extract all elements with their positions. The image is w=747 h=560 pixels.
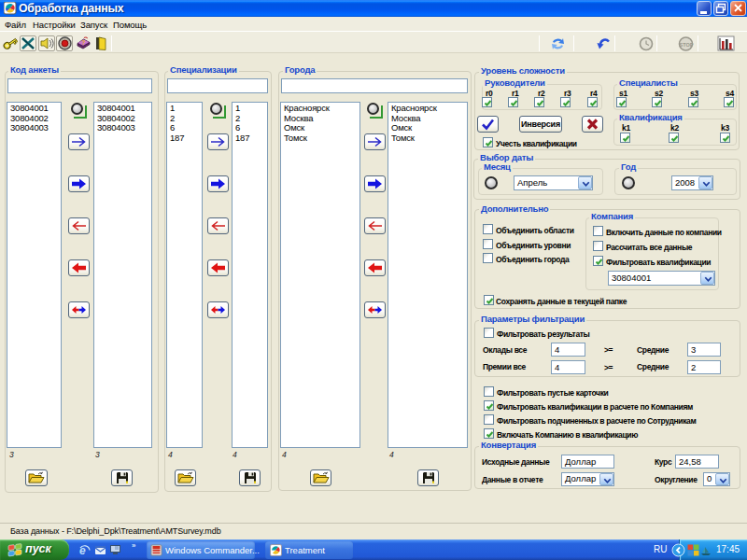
svg-text:?: ? (82, 39, 86, 46)
svg-text:STOP: STOP (680, 42, 694, 48)
